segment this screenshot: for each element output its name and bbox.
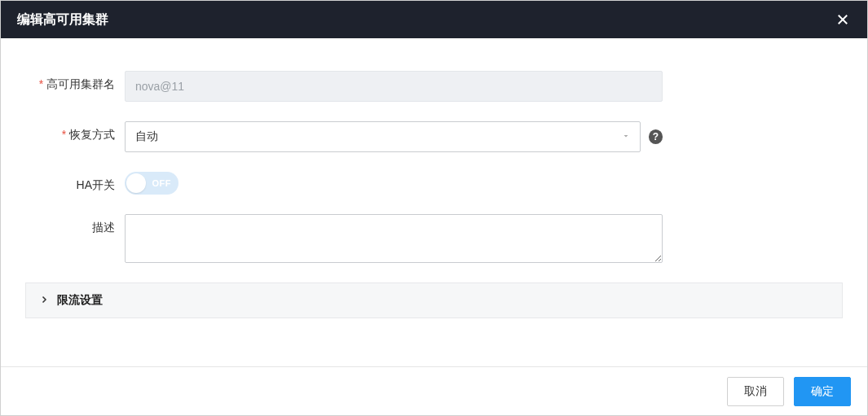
- edit-ha-cluster-modal: 编辑高可用集群 高可用集群名 恢复方式 自动: [0, 0, 868, 416]
- throttle-settings-title: 限流设置: [57, 293, 103, 308]
- ha-switch-row: HA开关 OFF: [25, 172, 843, 195]
- cluster-name-row: 高可用集群名: [25, 71, 843, 102]
- recovery-mode-selected: 自动: [135, 129, 158, 144]
- toggle-state-label: OFF: [152, 178, 172, 188]
- modal-header: 编辑高可用集群: [1, 1, 867, 38]
- description-label: 描述: [25, 214, 125, 235]
- modal-footer: 取消 确定: [1, 366, 867, 415]
- cancel-button[interactable]: 取消: [727, 377, 784, 406]
- cluster-name-label: 高可用集群名: [25, 71, 125, 92]
- recovery-mode-select[interactable]: 自动: [125, 121, 641, 152]
- recovery-mode-label: 恢复方式: [25, 121, 125, 142]
- ha-switch-label: HA开关: [25, 172, 125, 193]
- recovery-mode-row: 恢复方式 自动 ?: [25, 121, 843, 152]
- confirm-button[interactable]: 确定: [794, 377, 851, 406]
- close-icon: [835, 12, 850, 27]
- throttle-settings-section[interactable]: 限流设置: [25, 282, 843, 318]
- toggle-knob: [126, 173, 146, 193]
- chevron-right-icon: [39, 293, 49, 308]
- modal-body: 高可用集群名 恢复方式 自动 ? HA开关: [1, 38, 867, 366]
- description-textarea[interactable]: [125, 214, 663, 263]
- description-row: 描述: [25, 214, 843, 263]
- cluster-name-input: [125, 71, 663, 102]
- help-icon[interactable]: ?: [649, 129, 663, 144]
- ha-switch-toggle[interactable]: OFF: [125, 172, 178, 195]
- modal-title: 编辑高可用集群: [17, 11, 108, 28]
- close-button[interactable]: [831, 8, 854, 31]
